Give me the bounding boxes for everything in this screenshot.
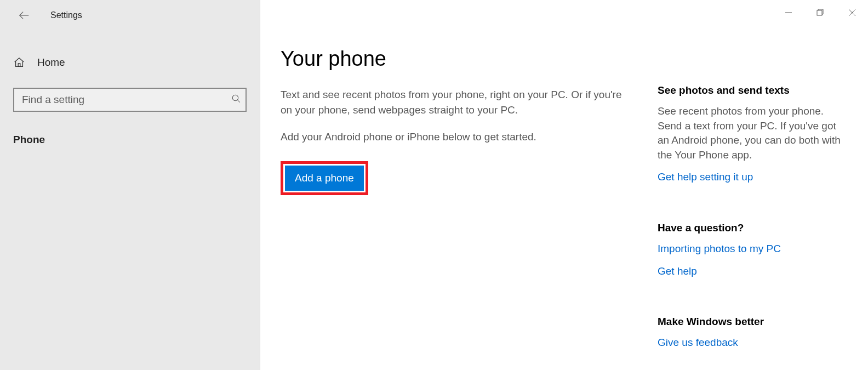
back-arrow-icon <box>18 9 30 21</box>
sidebar-home[interactable]: Home <box>0 50 260 75</box>
page-description-1: Text and see recent photos from your pho… <box>281 87 626 117</box>
side-body: See recent photos from your phone. Send … <box>658 104 849 162</box>
sidebar-item-phone[interactable]: Phone <box>0 128 260 151</box>
back-button[interactable] <box>13 4 35 26</box>
sidebar-header: Settings <box>0 0 260 31</box>
page-description-2: Add your Android phone or iPhone below t… <box>281 129 626 145</box>
sidebar: Settings Home Phone <box>0 0 260 370</box>
side-heading: Have a question? <box>658 222 855 234</box>
side-heading: See photos and send texts <box>658 84 855 96</box>
add-phone-button[interactable]: Add a phone <box>285 166 364 191</box>
link-get-help[interactable]: Get help <box>658 264 855 279</box>
side-pane: See photos and send texts See recent pho… <box>658 84 855 358</box>
search-input[interactable] <box>13 88 247 112</box>
link-get-help-setting-up[interactable]: Get help setting it up <box>658 170 855 185</box>
add-phone-highlight: Add a phone <box>281 161 368 195</box>
close-button[interactable] <box>836 0 868 25</box>
svg-rect-1 <box>817 10 822 15</box>
svg-rect-5 <box>18 64 20 67</box>
side-heading: Make Windows better <box>658 316 855 328</box>
sidebar-home-label: Home <box>37 56 65 69</box>
link-importing-photos[interactable]: Importing photos to my PC <box>658 242 855 257</box>
search-wrap <box>13 88 247 112</box>
side-section-photos-texts: See photos and send texts See recent pho… <box>658 84 855 185</box>
minimize-button[interactable] <box>773 0 804 25</box>
maximize-button[interactable] <box>804 0 836 25</box>
svg-line-7 <box>237 100 240 103</box>
window-title: Settings <box>50 10 82 20</box>
side-section-feedback: Make Windows better Give us feedback <box>658 316 855 350</box>
svg-point-6 <box>232 95 238 101</box>
link-give-feedback[interactable]: Give us feedback <box>658 335 855 350</box>
sidebar-item-label: Phone <box>13 134 45 145</box>
search-icon <box>231 94 241 106</box>
page-title: Your phone <box>281 47 868 71</box>
home-icon <box>13 56 37 69</box>
side-section-question: Have a question? Importing photos to my … <box>658 222 855 278</box>
window-controls <box>773 0 868 25</box>
